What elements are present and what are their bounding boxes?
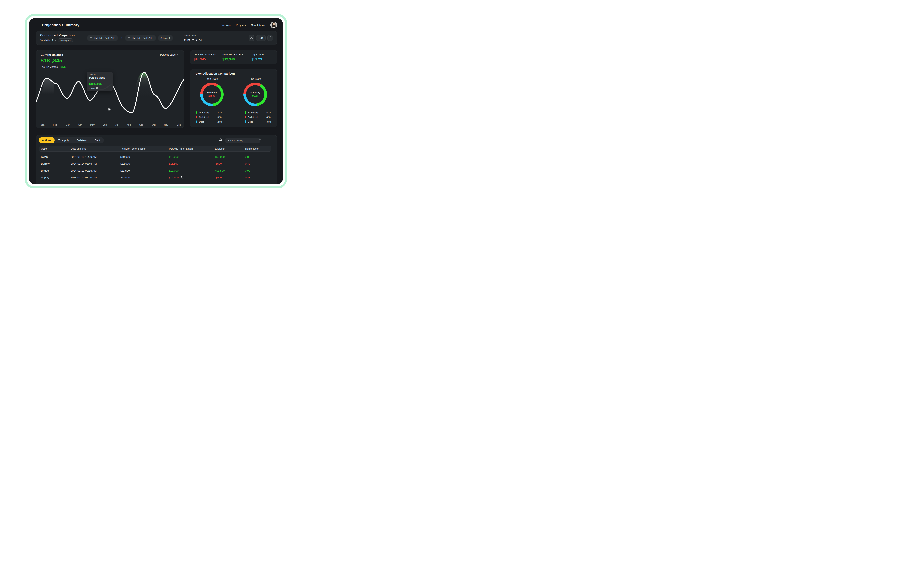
activity-tabs: ActionsTo supplyCollateralDebt bbox=[39, 137, 104, 143]
tab[interactable]: Collateral bbox=[73, 137, 91, 143]
legend-item: Debt 3,8k bbox=[245, 119, 271, 124]
nav-item[interactable]: Portfolio bbox=[221, 24, 231, 27]
metric-dropdown[interactable]: Portfolio Value bbox=[160, 54, 179, 56]
download-icon bbox=[250, 37, 253, 39]
cell-after: $12,000 bbox=[169, 156, 215, 159]
edit-button[interactable]: Edit bbox=[256, 35, 265, 41]
legend-value: 4,3k bbox=[218, 111, 222, 114]
start-state-donut-chart[interactable]: Summary $12,6k bbox=[200, 83, 224, 106]
legend-label: Collateral bbox=[248, 116, 257, 118]
cell-health: 0.78 bbox=[245, 162, 272, 165]
search-input[interactable] bbox=[225, 139, 259, 142]
month-tick: Jun bbox=[103, 124, 107, 126]
legend-value: 2,8k bbox=[218, 121, 222, 123]
legend-value: 5,3k bbox=[266, 111, 271, 114]
balance-period: Last 12 Months bbox=[41, 66, 58, 68]
legend-color-marker bbox=[245, 116, 246, 118]
column-header: Evolution bbox=[215, 148, 245, 150]
status-badge: In Progress bbox=[58, 38, 73, 42]
cell-action: Supply bbox=[41, 176, 71, 179]
cell-datetime: 2024-01-13 09:15 AM bbox=[71, 169, 120, 172]
tooltip-value: $18,689.36 bbox=[89, 83, 110, 86]
tab[interactable]: Debt bbox=[91, 137, 103, 143]
arrow-down-icon: ↓ bbox=[89, 87, 90, 89]
nav-item[interactable]: Simulations bbox=[251, 24, 265, 27]
cell-health: 0.85 bbox=[245, 156, 272, 159]
legend-item: To Supply 5,3k bbox=[245, 110, 271, 115]
end-date-label: Start Date : 27.06.2024 bbox=[132, 37, 153, 39]
cell-before: $13,000 bbox=[120, 176, 169, 179]
page-title: Projection Summary bbox=[42, 23, 79, 27]
start-date-chip: Start Date : 27.06.2024 bbox=[87, 35, 117, 41]
cell-before: $11,500 bbox=[120, 169, 169, 172]
back-button[interactable]: ← Projection Summary bbox=[35, 23, 79, 27]
table-row[interactable]: Swap 2024-01-15 10:30 AM $10,000 $12,000… bbox=[39, 154, 272, 161]
activity-card: ActionsTo supplyCollateralDebt ActionDat… bbox=[35, 135, 277, 184]
app-window: ← Projection Summary PortfolioProjectsSi… bbox=[29, 18, 283, 184]
tab[interactable]: Actions bbox=[39, 137, 55, 143]
table-row[interactable]: Supply 2024-01-12 01:20 PM $13,000 $12,5… bbox=[39, 174, 272, 181]
stat-value: $18,345 bbox=[194, 57, 219, 62]
notifications-button[interactable] bbox=[219, 138, 222, 142]
column-header: Portfolio - before action bbox=[121, 148, 169, 150]
month-tick: May bbox=[90, 124, 95, 126]
legend-color-marker bbox=[245, 111, 246, 114]
tooltip-divider bbox=[89, 81, 110, 81]
simulation-dropdown[interactable]: Simulation 1 bbox=[40, 39, 56, 42]
cell-action: Swap bbox=[41, 156, 71, 159]
cell-after: $12,500 bbox=[169, 176, 215, 179]
cell-datetime: 2024-01-12 01:20 PM bbox=[71, 176, 120, 179]
month-tick: Sep bbox=[139, 124, 143, 126]
cell-health: 0.77 bbox=[245, 183, 272, 184]
stat-item: Portfolio - End Rate $19,346 bbox=[219, 53, 248, 62]
column-header: Action bbox=[41, 148, 71, 150]
kebab-icon bbox=[268, 37, 273, 39]
donut-summary-label: Summary bbox=[250, 91, 260, 94]
header: ← Projection Summary PortfolioProjectsSi… bbox=[35, 21, 277, 29]
portfolio-stats-card: Portfolio - Start Rate $18,345 Portfolio… bbox=[190, 50, 277, 65]
cell-evolution: +$2,000 bbox=[215, 156, 245, 159]
search-icon[interactable] bbox=[259, 139, 262, 142]
cell-health: 0.92 bbox=[245, 169, 272, 172]
end-date-chip: Start Date : 27.06.2024 bbox=[125, 35, 156, 41]
table-row[interactable]: Bridge 2024-01-13 09:15 AM $11,500 $13,0… bbox=[39, 167, 272, 174]
legend-value: 3,8k bbox=[266, 121, 271, 123]
nav-item[interactable]: Projects bbox=[236, 24, 246, 27]
current-balance-card: Current Balance Portfolio Value $18 ,345… bbox=[35, 50, 184, 128]
tab[interactable]: To supply bbox=[55, 137, 73, 143]
more-options-button[interactable] bbox=[267, 35, 273, 41]
legend-label: Debt bbox=[199, 121, 204, 123]
table-body: Swap 2024-01-15 10:30 AM $10,000 $12,000… bbox=[39, 154, 272, 184]
download-button[interactable] bbox=[249, 35, 254, 41]
health-delta: +22 bbox=[203, 37, 206, 39]
cell-evolution: -$400 bbox=[215, 183, 245, 184]
month-tick: Dec bbox=[176, 124, 181, 126]
month-tick: Feb bbox=[53, 124, 57, 126]
month-tick: Aug bbox=[127, 124, 131, 126]
chevron-down-icon bbox=[54, 40, 56, 41]
legend-value: 3,5k bbox=[218, 116, 222, 118]
end-state-donut-chart[interactable]: Summary $14,6k bbox=[243, 83, 267, 106]
table-row[interactable]: Supply 2024-01-12 01:14 PM $18,000 $11,5… bbox=[39, 181, 272, 184]
start-legend: To Supply 4,3k Collateral 3,5k Debt 2,8k bbox=[196, 110, 222, 124]
balance-change: +15% bbox=[59, 66, 66, 68]
stat-label: Portfolio - Start Rate bbox=[194, 53, 219, 56]
table-row[interactable]: Borrow 2024-01-14 03:45 PM $12,000 $11,5… bbox=[39, 161, 272, 167]
cell-after: $13,000 bbox=[169, 169, 215, 172]
cell-datetime: 2024-01-14 03:45 PM bbox=[71, 162, 120, 165]
projection-title-block: Configured Projection Simulation 1 In Pr… bbox=[36, 33, 82, 42]
start-state-column: Start State Summary $12,6k bbox=[190, 78, 233, 106]
month-tick: Oct bbox=[152, 124, 156, 126]
search-bar bbox=[225, 138, 260, 143]
month-tick: Nov bbox=[164, 124, 168, 126]
legend-color-marker bbox=[196, 120, 197, 123]
end-state-label: End State bbox=[249, 78, 261, 80]
health-factor-label: Health factor bbox=[184, 34, 206, 37]
health-factor-block: Health factor 6.45 ➔ 7.73 +22 bbox=[178, 34, 206, 41]
avatar-image bbox=[270, 22, 277, 29]
end-legend: To Supply 5,3k Collateral 4,5k Debt 3,8k bbox=[245, 110, 271, 124]
cell-after: $11,500 bbox=[169, 183, 215, 184]
avatar[interactable] bbox=[270, 22, 277, 29]
cell-health: 0.88 bbox=[245, 176, 272, 179]
cell-action: Supply bbox=[41, 183, 71, 184]
